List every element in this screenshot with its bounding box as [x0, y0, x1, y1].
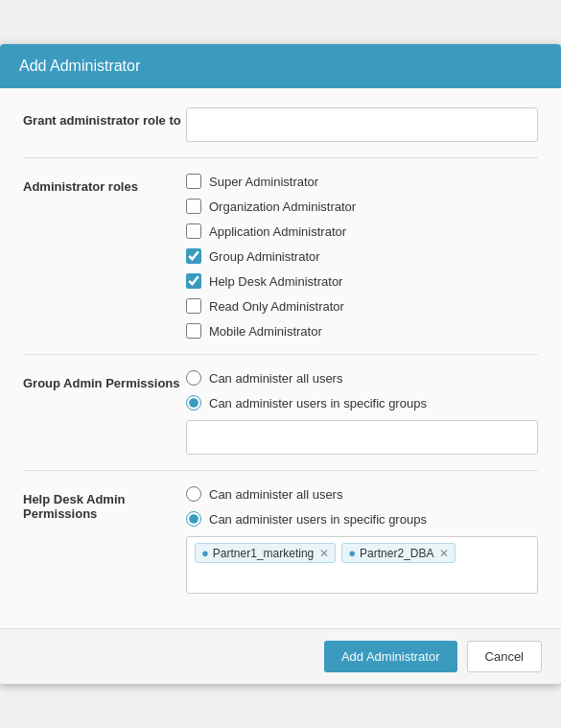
- cancel-button[interactable]: Cancel: [467, 641, 542, 672]
- helpdesk-admin-control: Can administer all users Can administer …: [186, 486, 538, 594]
- role-helpdesk-label: Help Desk Administrator: [209, 274, 342, 289]
- helpdesk-admin-all-label: Can administer all users: [209, 487, 342, 502]
- helpdesk-tags-box[interactable]: ● Partner1_marketing ✕ ● Partner2_DBA ✕: [186, 536, 538, 594]
- role-mobile-checkbox[interactable]: [186, 323, 201, 339]
- helpdesk-tags-input[interactable]: [461, 543, 529, 561]
- group-admin-all-radio[interactable]: [186, 370, 201, 386]
- tag-partner2: ● Partner2_DBA ✕: [341, 543, 456, 563]
- divider-1: [23, 157, 538, 158]
- group-admin-specific-label: Can administer users in specific groups: [209, 396, 427, 411]
- helpdesk-admin-label: Help Desk Admin Permissions: [23, 486, 186, 521]
- role-super-label: Super Administrator: [209, 175, 318, 189]
- group-admin-all-label: Can administer all users: [209, 371, 342, 386]
- tag-partner2-close[interactable]: ✕: [439, 547, 449, 560]
- role-app[interactable]: Application Administrator: [186, 223, 538, 239]
- role-org-checkbox[interactable]: [186, 199, 201, 214]
- modal-footer: Add Administrator Cancel: [0, 628, 561, 684]
- role-helpdesk[interactable]: Help Desk Administrator: [186, 273, 538, 289]
- grant-role-label: Grant administrator role to: [23, 107, 186, 128]
- modal-header: Add Administrator: [0, 44, 561, 88]
- role-org-label: Organization Administrator: [209, 200, 356, 214]
- role-group[interactable]: Group Administrator: [186, 248, 538, 264]
- tag-partner1-icon: ●: [201, 546, 209, 560]
- grant-role-row: Grant administrator role to: [23, 107, 538, 142]
- group-admin-label: Group Admin Permissions: [23, 370, 186, 390]
- role-group-checkbox[interactable]: [186, 248, 201, 264]
- role-app-checkbox[interactable]: [186, 223, 201, 239]
- group-admin-search[interactable]: [186, 420, 538, 455]
- group-admin-specific[interactable]: Can administer users in specific groups: [186, 395, 538, 411]
- tag-partner2-label: Partner2_DBA: [360, 547, 433, 560]
- group-admin-control: Can administer all users Can administer …: [186, 370, 538, 455]
- helpdesk-admin-radio-group: Can administer all users Can administer …: [186, 486, 538, 527]
- helpdesk-admin-all[interactable]: Can administer all users: [186, 486, 538, 502]
- tag-partner1-close[interactable]: ✕: [319, 547, 329, 560]
- tag-partner2-icon: ●: [348, 546, 356, 560]
- modal-title: Add Administrator: [19, 58, 140, 74]
- role-mobile-label: Mobile Administrator: [209, 324, 322, 339]
- tag-partner1: ● Partner1_marketing ✕: [195, 543, 336, 563]
- role-group-label: Group Administrator: [209, 249, 320, 264]
- role-super[interactable]: Super Administrator: [186, 174, 538, 189]
- role-readonly-label: Read Only Administrator: [209, 299, 344, 314]
- role-org[interactable]: Organization Administrator: [186, 199, 538, 214]
- group-admin-row: Group Admin Permissions Can administer a…: [23, 370, 538, 455]
- helpdesk-admin-specific[interactable]: Can administer users in specific groups: [186, 511, 538, 527]
- group-admin-all[interactable]: Can administer all users: [186, 370, 538, 386]
- helpdesk-admin-specific-label: Can administer users in specific groups: [209, 512, 427, 527]
- divider-2: [23, 354, 538, 355]
- helpdesk-admin-all-radio[interactable]: [186, 486, 201, 502]
- modal-body: Grant administrator role to Administrato…: [0, 88, 561, 628]
- role-app-label: Application Administrator: [209, 224, 346, 239]
- role-readonly[interactable]: Read Only Administrator: [186, 298, 538, 314]
- grant-role-input[interactable]: [186, 107, 538, 142]
- helpdesk-admin-row: Help Desk Admin Permissions Can administ…: [23, 486, 538, 594]
- grant-role-control: [186, 107, 538, 142]
- admin-roles-checkboxes: Super Administrator Organization Adminis…: [186, 174, 538, 339]
- role-helpdesk-checkbox[interactable]: [186, 273, 201, 289]
- divider-3: [23, 470, 538, 471]
- group-admin-radio-group: Can administer all users Can administer …: [186, 370, 538, 411]
- add-administrator-modal: Add Administrator Grant administrator ro…: [0, 44, 561, 684]
- group-admin-specific-radio[interactable]: [186, 395, 201, 411]
- admin-roles-label: Administrator roles: [23, 174, 186, 194]
- admin-roles-row: Administrator roles Super Administrator …: [23, 174, 538, 339]
- checkbox-group: Super Administrator Organization Adminis…: [186, 174, 538, 339]
- helpdesk-admin-specific-radio[interactable]: [186, 511, 201, 527]
- role-super-checkbox[interactable]: [186, 174, 201, 189]
- role-mobile[interactable]: Mobile Administrator: [186, 323, 538, 339]
- add-administrator-button[interactable]: Add Administrator: [324, 641, 457, 672]
- role-readonly-checkbox[interactable]: [186, 298, 201, 314]
- tag-partner1-label: Partner1_marketing: [213, 547, 314, 560]
